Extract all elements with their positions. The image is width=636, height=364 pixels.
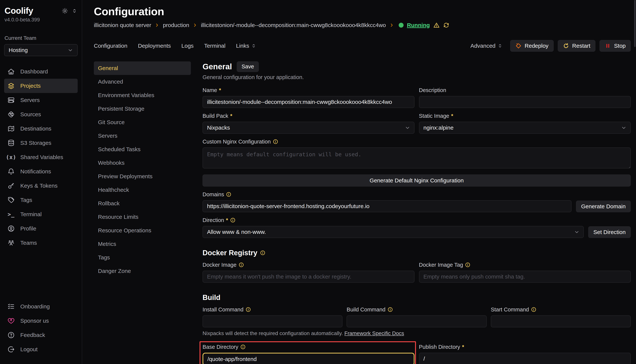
sidebar-item-s3-storages[interactable]: S3 Storages xyxy=(4,136,78,150)
refresh-icon[interactable] xyxy=(443,22,450,28)
generate-domain-button[interactable]: Generate Domain xyxy=(576,200,631,212)
subnav-environment-variables[interactable]: Environment Variables xyxy=(94,88,191,102)
subnav-resource-operations[interactable]: Resource Operations xyxy=(94,224,191,237)
subnav-servers[interactable]: Servers xyxy=(94,129,191,142)
domains-input[interactable] xyxy=(202,200,571,212)
server-icon xyxy=(7,96,15,104)
generate-nginx-button[interactable]: Generate Default Nginx Configuration xyxy=(202,174,631,186)
subnav-general[interactable]: General xyxy=(94,62,191,75)
subnav-preview-deployments[interactable]: Preview Deployments xyxy=(94,170,191,183)
restart-button[interactable]: Restart xyxy=(558,40,595,52)
breadcrumb-project[interactable]: illicitonion quote server xyxy=(94,22,151,28)
description-input[interactable] xyxy=(419,96,631,108)
advanced-dropdown[interactable]: Advanced xyxy=(470,43,503,49)
coolify-logo[interactable]: Coolify xyxy=(5,6,33,16)
sidebar-item-dashboard[interactable]: Dashboard xyxy=(4,64,78,79)
docker-image-tag-label: Docker Image Tag xyxy=(419,262,463,268)
status-link[interactable]: Running xyxy=(407,22,430,28)
info-icon[interactable] xyxy=(239,262,244,268)
sidebar-item-projects[interactable]: Projects xyxy=(4,79,78,93)
name-input[interactable] xyxy=(202,96,414,108)
sidebar-item-logout[interactable]: Logout xyxy=(4,342,78,356)
direction-select[interactable]: Allow www & non-www. xyxy=(202,226,584,238)
subnav-resource-limits[interactable]: Resource Limits xyxy=(94,210,191,224)
sidebar-footer-nav: Onboarding Sponsor us Feedback Logout xyxy=(4,300,78,356)
theme-sun-icon[interactable] xyxy=(62,8,68,14)
subnav-rollback[interactable]: Rollback xyxy=(94,197,191,210)
breadcrumb-environment[interactable]: production xyxy=(163,22,189,28)
scrollbar-thumb[interactable] xyxy=(634,0,635,47)
warning-triangle-icon[interactable] xyxy=(433,22,440,28)
publish-directory-input[interactable] xyxy=(419,353,631,364)
nginx-config-textarea[interactable] xyxy=(202,148,631,168)
sidebar-item-keys-tokens[interactable]: Keys & Tokens xyxy=(4,178,78,193)
save-button[interactable]: Save xyxy=(237,62,259,72)
sidebar-item-servers[interactable]: Servers xyxy=(4,93,78,107)
key-icon xyxy=(7,182,15,190)
subnav-webhooks[interactable]: Webhooks xyxy=(94,156,191,170)
tab-configuration[interactable]: Configuration xyxy=(94,43,127,49)
section-subtitle: General configuration for your applicati… xyxy=(202,74,631,80)
chevron-down-icon xyxy=(621,125,626,130)
build-pack-select[interactable]: Nixpacks xyxy=(202,122,414,134)
heart-hands-icon xyxy=(7,317,15,325)
chevron-down-icon xyxy=(405,125,410,130)
build-command-label: Build Command xyxy=(347,306,385,313)
sidebar-item-destinations[interactable]: Destinations xyxy=(4,122,78,136)
set-direction-button[interactable]: Set Direction xyxy=(588,226,631,238)
sidebar-item-teams[interactable]: Teams xyxy=(4,236,78,250)
tab-terminal[interactable]: Terminal xyxy=(204,43,226,49)
theme-selector-chevrons-icon[interactable] xyxy=(72,8,77,14)
help-icon xyxy=(7,331,15,339)
stop-button[interactable]: Stop xyxy=(599,40,631,52)
sidebar-item-tags[interactable]: Tags xyxy=(4,193,78,207)
start-command-input[interactable] xyxy=(491,315,631,327)
current-team-label: Current Team xyxy=(5,35,77,41)
info-icon[interactable] xyxy=(226,192,232,197)
info-icon[interactable] xyxy=(230,217,236,223)
redeploy-button[interactable]: Redeploy xyxy=(510,40,554,52)
install-command-input[interactable] xyxy=(202,315,342,327)
tab-logs[interactable]: Logs xyxy=(181,43,194,49)
info-icon[interactable] xyxy=(240,344,246,350)
subnav-danger-zone[interactable]: Danger Zone xyxy=(94,264,191,278)
docker-image-input[interactable] xyxy=(202,271,414,283)
redeploy-icon xyxy=(515,43,522,49)
info-icon[interactable] xyxy=(260,250,266,256)
sidebar-item-terminal[interactable]: >_ Terminal xyxy=(4,207,78,222)
team-select[interactable]: Hosting xyxy=(4,44,78,56)
base-directory-label: Base Directory xyxy=(202,344,238,350)
sidebar-item-notifications[interactable]: Notifications xyxy=(4,164,78,178)
tab-links[interactable]: Links xyxy=(236,43,256,49)
subnav-healthcheck[interactable]: Healthcheck xyxy=(94,183,191,197)
chevron-right-icon xyxy=(192,23,197,28)
framework-docs-link[interactable]: Framework Specific Docs xyxy=(344,330,404,336)
static-image-select[interactable]: nginx:alpine xyxy=(419,122,631,134)
sidebar-item-onboarding[interactable]: Onboarding xyxy=(4,300,78,314)
subnav-scheduled-tasks[interactable]: Scheduled Tasks xyxy=(94,142,191,156)
stop-icon xyxy=(605,43,611,49)
sidebar-item-shared-variables[interactable]: (x) Shared Variables xyxy=(4,150,78,164)
subnav-git-source[interactable]: Git Source xyxy=(94,116,191,129)
info-icon[interactable] xyxy=(245,307,251,312)
subnav-tags[interactable]: Tags xyxy=(94,251,191,264)
info-icon[interactable] xyxy=(465,262,471,268)
build-command-input[interactable] xyxy=(347,315,487,327)
docker-image-tag-input[interactable] xyxy=(419,271,631,283)
subnav-metrics[interactable]: Metrics xyxy=(94,237,191,251)
breadcrumb-application[interactable]: illicitestonion/-module--decomposition:m… xyxy=(201,22,386,28)
sidebar-item-sponsor-us[interactable]: Sponsor us xyxy=(4,314,78,328)
info-icon[interactable] xyxy=(387,307,393,312)
sidebar-item-profile[interactable]: Profile xyxy=(4,222,78,236)
base-directory-input[interactable] xyxy=(202,353,414,364)
map-icon xyxy=(7,125,15,132)
sidebar-item-feedback[interactable]: Feedback xyxy=(4,328,78,342)
info-icon[interactable] xyxy=(273,139,278,144)
info-icon[interactable] xyxy=(531,307,537,312)
advanced-selector-chevrons-icon xyxy=(497,43,503,48)
tab-deployments[interactable]: Deployments xyxy=(138,43,171,49)
subnav-advanced[interactable]: Advanced xyxy=(94,75,191,88)
subnav-persistent-storage[interactable]: Persistent Storage xyxy=(94,102,191,116)
sidebar-item-sources[interactable]: Sources xyxy=(4,107,78,122)
direction-label: Direction xyxy=(202,217,224,223)
